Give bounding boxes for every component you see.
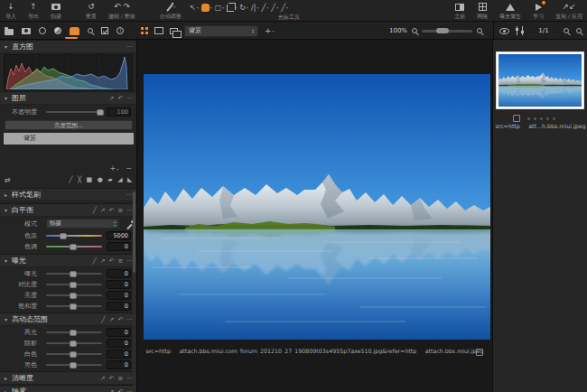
select-tool[interactable]: ↖▾ [190, 2, 199, 12]
presets-icon[interactable]: ≡ [117, 207, 123, 214]
opacity-value[interactable]: 100 [107, 107, 131, 117]
slider-handle[interactable] [70, 244, 77, 250]
zoom-out-icon[interactable] [412, 28, 417, 33]
pick-icon[interactable]: ╱ [101, 316, 105, 323]
thumb-checkbox[interactable] [513, 115, 520, 122]
erase-mask-icon[interactable]: ◣ [127, 176, 132, 183]
more-icon[interactable]: ··· [126, 95, 133, 102]
disclosure-icon[interactable]: ▾ [0, 95, 12, 101]
radial-mask-icon[interactable]: ● [98, 176, 103, 183]
temperature-value[interactable]: 5000 [107, 231, 131, 240]
section-clarity[interactable]: ▸ 清晰度 ↗ ↶ ≡ ··· [0, 371, 137, 385]
tab-output-icon[interactable] [101, 27, 108, 34]
disclosure-icon[interactable]: ▸ [0, 388, 12, 392]
eye-icon[interactable] [499, 28, 509, 34]
crop-tool[interactable]: ▾ [227, 2, 237, 12]
contrast-slider[interactable] [46, 284, 102, 285]
grid-button[interactable]: 网格 [477, 2, 488, 21]
add-layer-icon[interactable]: +▾ [110, 164, 119, 173]
section-white-balance[interactable]: ▾ 白平衡 ╱ ↗ ↶ ≡ ··· [0, 203, 137, 217]
import-button[interactable]: ↓ 导入 [5, 2, 16, 21]
slider-handle[interactable] [70, 351, 77, 358]
rating-dot[interactable] [540, 117, 543, 120]
undo-redo-button[interactable]: ↶↷ 撤销 / 重做 [108, 2, 135, 21]
saturation-value[interactable]: 0 [107, 302, 131, 311]
more-icon[interactable]: ··· [126, 375, 133, 382]
section-histogram[interactable]: ▾ 直方图 ··· [0, 40, 137, 53]
rating-dot[interactable] [546, 117, 549, 120]
shadows-slider[interactable] [46, 342, 102, 344]
slider-handle[interactable] [70, 293, 77, 299]
brush-pair-icon[interactable]: ╳ [78, 176, 81, 183]
copy-adjustments-icon[interactable]: ↗ [100, 375, 106, 382]
copy-apply-button[interactable]: ↗↙ 复制 / 应用 [555, 2, 582, 21]
opacity-slider[interactable] [46, 111, 102, 113]
zoom-in-icon[interactable] [477, 28, 482, 33]
copy-adjustments-icon[interactable]: ↗ [100, 257, 106, 265]
auto-adjust-button[interactable]: ▾ 自动调整 [160, 2, 182, 21]
copy-adjustments-icon[interactable]: ↗ [100, 207, 106, 214]
fill-mask-icon[interactable]: ■ [87, 176, 93, 183]
tint-slider[interactable] [46, 246, 102, 247]
contrast-value[interactable]: 0 [107, 280, 131, 289]
draw-mask-tool[interactable]: ╱▾ [271, 2, 278, 12]
caption-handle-icon[interactable]: –– [146, 348, 150, 354]
more-icon[interactable]: ··· [126, 388, 133, 392]
disclosure-icon[interactable]: ▾ [0, 316, 12, 322]
exposure-warning-button[interactable]: 曝光警告 [499, 2, 521, 21]
presets-icon[interactable]: ≡ [117, 375, 123, 382]
more-icon[interactable]: ··· [126, 191, 133, 199]
shape-tool[interactable]: ▢▾ [215, 2, 225, 12]
blacks-slider[interactable] [46, 364, 102, 366]
browser-zoom-icon[interactable] [576, 28, 582, 33]
learn-button[interactable]: 学习 [533, 2, 544, 21]
whites-value[interactable]: 0 [107, 350, 131, 359]
reset-section-icon[interactable]: ↶ [109, 207, 115, 214]
slider-handle[interactable] [70, 303, 77, 310]
rotate-tool[interactable]: ↻▾ [239, 2, 248, 12]
slider-handle[interactable] [60, 233, 67, 239]
tab-adjustments-brush-icon[interactable] [70, 27, 79, 35]
reset-section-icon[interactable]: ↶ [109, 375, 115, 382]
tab-details-magnifier-icon[interactable] [88, 28, 93, 33]
reset-section-icon[interactable]: ↶ [117, 95, 123, 102]
brightness-slider[interactable] [46, 294, 102, 296]
draw-mask-icon[interactable]: ╱ [69, 176, 72, 183]
capture-button[interactable]: 拍摄 [51, 2, 61, 21]
copy-adjustments-icon[interactable]: ↗ [109, 388, 115, 392]
add-layer-button[interactable]: +▾ [265, 26, 275, 35]
scrollbar-thumb[interactable] [133, 191, 135, 273]
disclosure-icon[interactable]: ▾ [0, 43, 12, 50]
brightness-value[interactable]: 0 [107, 291, 131, 300]
select-image-checkbox[interactable] [476, 349, 483, 356]
section-dehaze[interactable]: ▸ 除雾 ↗ ↶ ··· [0, 385, 137, 392]
more-icon[interactable]: ··· [126, 257, 133, 265]
reset-section-icon[interactable]: ↶ [117, 316, 123, 323]
slider-handle[interactable] [97, 109, 104, 116]
spot-tool[interactable]: ╱▾ [261, 2, 268, 12]
blacks-value[interactable]: 0 [107, 360, 131, 369]
more-icon[interactable]: ··· [126, 207, 133, 214]
gradient-mask-icon[interactable]: ▰ [107, 176, 112, 183]
multi-view-icon[interactable] [170, 28, 178, 34]
copy-adjustments-icon[interactable]: ↗ [109, 95, 115, 102]
thumbnail-selected[interactable] [496, 51, 584, 109]
tab-capture-camera-icon[interactable] [22, 28, 31, 34]
section-layers[interactable]: ▾ 图层 ↗ ↶ ··· [0, 91, 137, 105]
slider-handle[interactable] [70, 362, 77, 369]
tint-value[interactable]: 0 [107, 242, 131, 251]
search-icon[interactable] [564, 28, 569, 33]
highlights-value[interactable]: 0 [107, 328, 131, 337]
pan-tool[interactable]: ▾ [201, 2, 212, 12]
filter-sliders-icon[interactable] [517, 26, 524, 35]
single-view-icon[interactable] [154, 27, 163, 34]
zoom-level[interactable]: 100% [389, 27, 407, 34]
tab-lens-icon[interactable] [39, 27, 46, 34]
disclosure-icon[interactable]: ▸ [0, 191, 12, 198]
more-icon[interactable]: ··· [126, 43, 133, 51]
whites-slider[interactable] [46, 353, 102, 355]
tab-library-folder-icon[interactable] [5, 29, 14, 35]
clone-stamp-icon[interactable]: ◢ [117, 176, 122, 183]
reset-button[interactable]: ↺ 重置 [86, 2, 97, 21]
layer-item-background[interactable]: 背景 [4, 133, 134, 145]
